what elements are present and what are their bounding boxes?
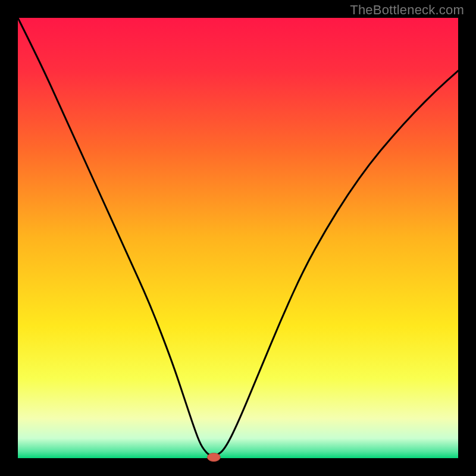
chart-frame: TheBottleneck.com (0, 0, 476, 476)
optimum-marker (207, 453, 220, 462)
bottleneck-chart (0, 0, 476, 476)
plot-area (18, 18, 458, 458)
watermark-label: TheBottleneck.com (350, 2, 464, 18)
